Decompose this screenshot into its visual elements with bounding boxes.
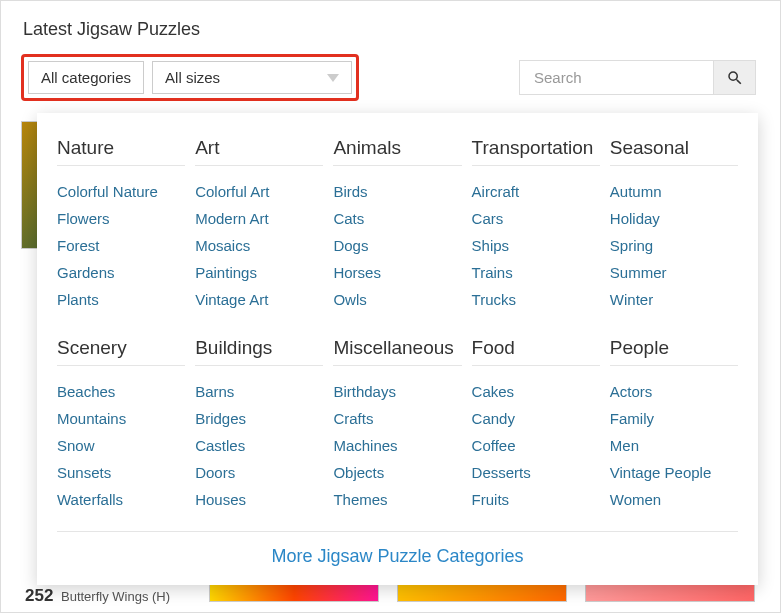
category-link[interactable]: Cats [333, 205, 461, 232]
category-link[interactable]: Colorful Nature [57, 178, 185, 205]
category-column: BuildingsBarnsBridgesCastlesDoorsHouses [195, 337, 323, 513]
category-link[interactable]: Objects [333, 459, 461, 486]
category-link[interactable]: Ships [472, 232, 600, 259]
category-heading: Buildings [195, 337, 323, 366]
category-heading: Scenery [57, 337, 185, 366]
categories-dropdown-label: All categories [41, 69, 131, 86]
category-link[interactable]: Fruits [472, 486, 600, 513]
category-link[interactable]: Family [610, 405, 738, 432]
category-link[interactable]: Holiday [610, 205, 738, 232]
category-link[interactable]: Summer [610, 259, 738, 286]
category-link[interactable]: Cakes [472, 378, 600, 405]
category-heading: Miscellaneous [333, 337, 461, 366]
category-link[interactable]: Forest [57, 232, 185, 259]
category-link[interactable]: Crafts [333, 405, 461, 432]
category-link[interactable]: Colorful Art [195, 178, 323, 205]
category-link[interactable]: Barns [195, 378, 323, 405]
category-column: TransportationAircraftCarsShipsTrainsTru… [472, 137, 600, 313]
category-link[interactable]: Aircraft [472, 178, 600, 205]
category-link[interactable]: Houses [195, 486, 323, 513]
category-heading: Transportation [472, 137, 600, 166]
category-link[interactable]: Waterfalls [57, 486, 185, 513]
filter-row: All categories All sizes [1, 40, 780, 101]
category-link[interactable]: Desserts [472, 459, 600, 486]
category-link[interactable]: Modern Art [195, 205, 323, 232]
category-link[interactable]: Machines [333, 432, 461, 459]
more-categories-link[interactable]: More Jigsaw Puzzle Categories [271, 546, 523, 566]
chevron-down-icon [327, 74, 339, 82]
category-heading: Art [195, 137, 323, 166]
category-link[interactable]: Plants [57, 286, 185, 313]
category-column: NatureColorful NatureFlowersForestGarden… [57, 137, 185, 313]
category-column: FoodCakesCandyCoffeeDessertsFruits [472, 337, 600, 513]
category-link[interactable]: Bridges [195, 405, 323, 432]
category-link[interactable]: Coffee [472, 432, 600, 459]
sizes-dropdown-label: All sizes [165, 69, 220, 86]
category-heading: Animals [333, 137, 461, 166]
search-button[interactable] [714, 60, 756, 95]
category-column: SeasonalAutumnHolidaySpringSummerWinter [610, 137, 738, 313]
categories-mega-panel: NatureColorful NatureFlowersForestGarden… [37, 113, 758, 585]
category-link[interactable]: Actors [610, 378, 738, 405]
category-link[interactable]: Flowers [57, 205, 185, 232]
categories-dropdown[interactable]: All categories [28, 61, 144, 94]
category-link[interactable]: Men [610, 432, 738, 459]
category-link[interactable]: Autumn [610, 178, 738, 205]
category-heading: Nature [57, 137, 185, 166]
page-title: Latest Jigsaw Puzzles [1, 1, 780, 40]
category-link[interactable]: Vintage People [610, 459, 738, 486]
category-link[interactable]: Candy [472, 405, 600, 432]
category-link[interactable]: Gardens [57, 259, 185, 286]
category-link[interactable]: Birds [333, 178, 461, 205]
category-column: AnimalsBirdsCatsDogsHorsesOwls [333, 137, 461, 313]
category-link[interactable]: Owls [333, 286, 461, 313]
category-link[interactable]: Vintage Art [195, 286, 323, 313]
category-link[interactable]: Spring [610, 232, 738, 259]
category-link[interactable]: Doors [195, 459, 323, 486]
category-link[interactable]: Cars [472, 205, 600, 232]
search-icon [726, 69, 744, 87]
category-link[interactable]: Winter [610, 286, 738, 313]
category-link[interactable]: Birthdays [333, 378, 461, 405]
category-column: SceneryBeachesMountainsSnowSunsetsWaterf… [57, 337, 185, 513]
category-column: PeopleActorsFamilyMenVintage PeopleWomen [610, 337, 738, 513]
category-link[interactable]: Dogs [333, 232, 461, 259]
category-column: MiscellaneousBirthdaysCraftsMachinesObje… [333, 337, 461, 513]
category-link[interactable]: Mountains [57, 405, 185, 432]
search-group [519, 60, 756, 95]
category-link[interactable]: Beaches [57, 378, 185, 405]
category-link[interactable]: Sunsets [57, 459, 185, 486]
filter-highlight: All categories All sizes [21, 54, 359, 101]
category-link[interactable]: Castles [195, 432, 323, 459]
search-input[interactable] [519, 60, 714, 95]
category-link[interactable]: Horses [333, 259, 461, 286]
category-link[interactable]: Trucks [472, 286, 600, 313]
category-heading: People [610, 337, 738, 366]
category-heading: Seasonal [610, 137, 738, 166]
sizes-dropdown[interactable]: All sizes [152, 61, 352, 94]
category-link[interactable]: Women [610, 486, 738, 513]
category-link[interactable]: Mosaics [195, 232, 323, 259]
category-link[interactable]: Themes [333, 486, 461, 513]
category-column: ArtColorful ArtModern ArtMosaicsPainting… [195, 137, 323, 313]
category-link[interactable]: Paintings [195, 259, 323, 286]
category-link[interactable]: Trains [472, 259, 600, 286]
category-heading: Food [472, 337, 600, 366]
category-link[interactable]: Snow [57, 432, 185, 459]
